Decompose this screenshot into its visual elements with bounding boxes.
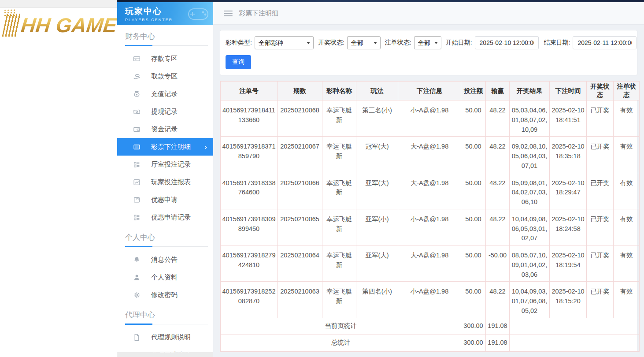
cell-order-status: 有效: [614, 100, 640, 137]
topbar: 彩票下注明细: [213, 2, 644, 25]
summary-bet-total: 300.00: [461, 318, 486, 335]
left-top-strip: [0, 0, 117, 8]
sidebar-header: 玩家中心 PLAYERS CENTER: [117, 2, 213, 25]
cell-lottery-name: 幸运飞艇新: [322, 100, 356, 137]
summary-label: 当前页统计: [221, 318, 461, 335]
cell-draw-status: 已开奖: [587, 209, 614, 245]
sidebar-item-promo-apply-records[interactable]: 优惠申请记录: [117, 208, 213, 226]
cell-issue: 20250210068: [278, 100, 322, 137]
list-grid-icon: [133, 161, 141, 168]
sidebar-item-recharge-records[interactable]: 充值记录: [117, 85, 213, 103]
cell-draw-result: 10,04,09,08,06,05,03,01,02,07: [510, 209, 550, 245]
wallet-icon: [133, 126, 141, 133]
cell-bet-time: 2025-02-10 18:41:51: [550, 100, 587, 137]
sidebar-item-withdraw-zone[interactable]: 取款专区: [117, 67, 213, 85]
order-status-select[interactable]: 全部: [415, 37, 441, 49]
filter-panel: 彩种类型: 全部彩种 开奖状态: 全部 注单状态: 全部 开始日期: 结束日期:: [220, 30, 637, 75]
sidebar-item-funds-records[interactable]: 资金记录: [117, 120, 213, 138]
sidebar-item-announcements[interactable]: 消息公告: [117, 251, 213, 268]
cell-bet-amount: 50.00: [461, 245, 486, 282]
sidebar-item-withdrawal-records[interactable]: 提现记录: [117, 103, 213, 120]
cell-lottery-name: 幸运飞艇新: [322, 282, 356, 318]
person-icon: [133, 274, 141, 281]
bets-table: 注单号期数彩种名称玩法下注信息投注额输赢开奖结果下注时间开奖状态注单状态 401…: [220, 81, 640, 352]
search-button[interactable]: 查询: [226, 55, 251, 69]
cell-draw-status: 已开奖: [587, 245, 614, 282]
cell-bet-amount: 50.00: [461, 100, 486, 137]
table-header-cell: 下注时间: [550, 82, 587, 100]
cell-bet-info: 大-A盘@1.98: [398, 245, 461, 282]
cell-lottery-name: 幸运飞艇新: [322, 137, 356, 173]
draw-status-select[interactable]: 全部: [348, 37, 380, 49]
cell-winloss: 48.22: [486, 137, 510, 173]
sidebar-item-profile[interactable]: 个人资料: [117, 268, 213, 286]
cell-draw-result: 09,02,08,10,05,06,04,03,07,01: [510, 137, 550, 173]
cell-issue: 20250210067: [278, 137, 322, 173]
cell-order-status: 有效: [614, 209, 640, 245]
hamburger-icon[interactable]: [224, 11, 233, 16]
cell-draw-status: 已开奖: [587, 282, 614, 318]
cell-lottery-name: 幸运飞艇新: [322, 209, 356, 245]
order-status-label: 注单状态:: [385, 39, 411, 47]
cell-lottery-name: 幸运飞艇新: [322, 245, 356, 282]
start-date-input[interactable]: [475, 36, 539, 49]
content: 彩票下注明细 彩种类型: 全部彩种 开奖状态: 全部 注单状态: 全部: [213, 0, 644, 357]
cell-winloss: 48.22: [486, 173, 510, 209]
sidebar-item-label: 优惠申请记录: [151, 213, 191, 222]
end-date-input[interactable]: [573, 36, 637, 49]
sidebar-item-label: 提现记录: [151, 108, 178, 116]
sidebar-item-agent-team-stats[interactable]: 代理团队统计: [117, 346, 213, 357]
sidebar-item-change-password[interactable]: 修改密码: [117, 286, 213, 304]
moneybag-icon: [133, 90, 141, 98]
sidebar-item-label: 代理规则说明: [151, 333, 191, 342]
bet-list-icon: [133, 143, 141, 151]
chart-icon: [133, 178, 141, 186]
cell-issue: 20250210066: [278, 173, 322, 209]
sidebar-item-label: 修改密码: [151, 291, 178, 299]
sidebar-item-agent-rules[interactable]: 代理规则说明: [117, 328, 213, 346]
lottery-type-select[interactable]: 全部彩种: [255, 37, 313, 49]
sidebar-item-player-bet-report[interactable]: 玩家投注报表: [117, 173, 213, 191]
summary-row: 总统计 300.00 191.08: [221, 335, 640, 351]
start-date-label: 开始日期:: [446, 39, 472, 47]
cell-bet-time: 2025-02-10 18:19:54: [550, 245, 587, 282]
site-logo[interactable]: HH GAME: [0, 8, 117, 42]
end-date-label: 结束日期:: [544, 39, 570, 47]
cell-lottery-name: 幸运飞艇新: [322, 173, 356, 209]
summary-row: 当前页统计 300.00 191.08: [221, 318, 640, 335]
table-row: 401569173918309899450 20250210065 幸运飞艇新 …: [221, 209, 640, 245]
summary-empty: [510, 318, 640, 335]
sidebar-item-hall-bet-records[interactable]: 厅室投注记录: [117, 156, 213, 173]
order-status-select-wrap: 全部: [414, 36, 441, 49]
cell-play-type: 冠军(大): [356, 137, 398, 173]
cell-winloss: 48.22: [486, 282, 510, 318]
cell-bet-info: 大-A盘@1.98: [398, 173, 461, 209]
cell-draw-result: 05,09,08,01,04,02,07,03,06,10: [510, 173, 550, 209]
cell-play-type: 亚军(大): [356, 173, 398, 209]
table-panel: 注单号期数彩种名称玩法下注信息投注额输赢开奖结果下注时间开奖状态注单状态 401…: [220, 81, 637, 352]
cell-order-id: 401569173918338764600: [221, 173, 278, 209]
cell-order-status: 有效: [614, 282, 640, 318]
sidebar-item-promo-apply[interactable]: 优惠申请: [117, 191, 213, 208]
page-title: 彩票下注明细: [239, 9, 278, 18]
cell-order-status: 有效: [614, 173, 640, 209]
cell-draw-result: 10,04,09,03,01,07,06,08,05,02: [510, 282, 550, 318]
logo-stripes-decoration: [2, 14, 22, 37]
news-icon: [133, 351, 141, 357]
cell-winloss: 48.22: [486, 209, 510, 245]
sidebar-item-label: 玩家投注报表: [151, 178, 191, 186]
cell-bet-time: 2025-02-10 18:15:20: [550, 282, 587, 318]
sidebar-item-label: 个人资料: [151, 273, 178, 282]
sidebar-item-lottery-bet-details[interactable]: 彩票下注明细 ›: [117, 138, 213, 156]
sidebar-item-deposit-zone[interactable]: 存款专区: [117, 50, 213, 67]
cell-bet-amount: 50.00: [461, 282, 486, 318]
filter-row: 彩种类型: 全部彩种 开奖状态: 全部 注单状态: 全部 开始日期: 结束日期:: [226, 36, 632, 49]
cell-play-type: 亚军(大): [356, 245, 398, 282]
site-logo-area: HH GAME: [0, 0, 117, 357]
cell-order-id: 401569173918252082870: [221, 282, 278, 318]
cell-play-type: 第三名(小): [356, 100, 398, 137]
cell-draw-status: 已开奖: [587, 100, 614, 137]
draw-status-label: 开奖状态:: [318, 39, 344, 47]
sidebar-personal-items: 消息公告 个人资料 修改密码: [117, 251, 213, 304]
cell-draw-status: 已开奖: [587, 137, 614, 173]
